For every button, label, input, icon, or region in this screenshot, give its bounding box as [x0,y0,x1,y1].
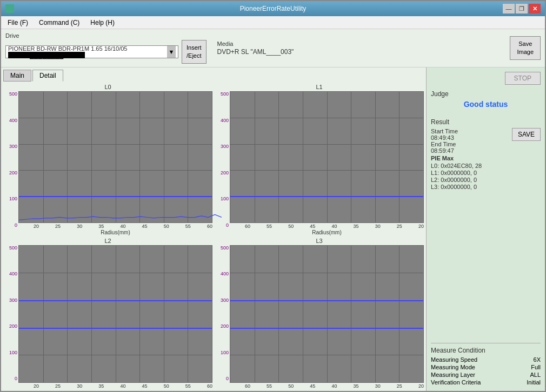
mode-label: Measuring Mode [431,364,475,370]
measure-condition-label: Measure Condition [431,347,541,354]
menu-help[interactable]: Help (H) [86,18,119,28]
pie-max-label: PIE Max [431,155,541,161]
drive-label: Drive [5,32,207,39]
chart-l3-y-axis: 500 400 300 200 100 0 [215,245,230,389]
chart-l0-label: L0 [3,84,212,90]
tab-bar: Main Detail [3,70,424,82]
start-time-label: Start Time [431,128,508,134]
menu-bar: File (F) Command (C) Help (H) [1,16,545,29]
chart-l0-plot [18,91,212,223]
window-title: PioneerErrorRateUtility [43,5,503,12]
title-bar: PioneerErrorRateUtility — ❐ ✕ [1,1,545,16]
drive-dropdown-arrow[interactable]: ▼ [167,46,176,58]
chart-l1-plot [230,91,424,223]
chart-l3: L3 500 400 300 200 100 0 [215,238,424,389]
pie-max-l2: L2: 0x0000000, 0 [431,177,541,183]
minimize-button[interactable]: — [503,4,515,13]
criteria-row: Verification Criteria Initial [431,379,541,386]
judge-status: Good status [431,100,541,109]
chart-l2: L2 500 400 300 200 100 0 [3,238,212,389]
media-label: Media [217,40,294,47]
restore-button[interactable]: ❐ [516,4,528,13]
chart-l0-x-label: Radius(mm) [18,229,212,235]
chart-l1-label: L1 [215,84,424,90]
chart-l2-area: 500 400 300 200 100 0 [3,245,212,389]
tab-detail[interactable]: Detail [32,70,63,82]
right-panel: STOP Judge Good status Result Start Time… [426,67,545,391]
toolbar: Drive PIONEER BD-RW BDR-PR1M 1.65 16/10/… [1,29,545,67]
left-panel: Main Detail L0 500 400 300 200 100 [1,67,426,391]
speed-label: Measuring Speed [431,356,477,363]
chart-l2-plot [18,245,212,383]
chart-l2-x-axis: 20 25 30 35 40 45 50 55 60 [18,383,212,389]
chart-l3-plot [230,245,424,383]
layer-label: Measuring Layer [431,371,475,378]
close-button[interactable]: ✕ [529,4,541,13]
chart-l3-area: 500 400 300 200 100 0 [215,245,424,389]
chart-l0-y-axis: 500 400 300 200 100 0 [3,91,18,235]
insert-eject-button[interactable]: Insert/Eject [182,40,207,64]
chart-l2-label: L2 [3,238,212,244]
chart-l1: L1 500 400 300 200 100 0 [215,84,424,235]
result-label: Result [431,118,541,126]
media-value: DVD+R SL "AML____003" [217,48,294,56]
chart-l0-waveform [19,208,222,221]
save-button[interactable]: SAVE [512,128,541,141]
chart-l2-y-axis: 500 400 300 200 100 0 [3,245,18,389]
chart-l3-label: L3 [215,238,424,244]
result-section: Result Start Time 08:49:43 End Time 08:5… [431,118,541,191]
end-time-label: End Time [431,141,508,147]
criteria-value: Initial [527,379,541,386]
mode-value: Full [531,364,541,370]
drive-group: Drive PIONEER BD-RW BDR-PR1M 1.65 16/10/… [5,32,207,64]
chart-l1-area: 500 400 300 200 100 0 [215,91,424,235]
chart-l0-x-axis: 20 25 30 35 40 45 50 55 60 [18,223,212,229]
criteria-label: Verification Criteria [431,379,481,386]
pie-max-l3: L3: 0x0000000, 0 [431,184,541,190]
charts-area: L0 500 400 300 200 100 0 [3,84,424,389]
chart-l1-x-axis: 60 55 50 45 40 35 30 25 20 [230,223,424,229]
chart-l0: L0 500 400 300 200 100 0 [3,84,212,235]
media-group: Media DVD+R SL "AML____003" [217,40,294,56]
menu-file[interactable]: File (F) [3,18,32,28]
main-content: Main Detail L0 500 400 300 200 100 [1,67,545,391]
app-window: PioneerErrorRateUtility — ❐ ✕ File (F) C… [0,0,546,392]
speed-value: 6X [534,356,541,363]
drive-combo[interactable]: PIONEER BD-RW BDR-PR1M 1.65 16/10/05 ███… [5,45,178,58]
tab-main[interactable]: Main [3,70,31,82]
mode-row: Measuring Mode Full [431,364,541,370]
chart-l0-area: 500 400 300 200 100 0 [3,91,212,235]
start-time-block: Start Time 08:49:43 End Time 08:59:47 [431,128,508,154]
app-icon [5,4,14,13]
measure-condition: Measure Condition Measuring Speed 6X Mea… [431,343,541,387]
window-controls: — ❐ ✕ [503,4,541,13]
speed-row: Measuring Speed 6X [431,356,541,363]
judge-label: Judge [431,90,541,98]
pie-max-l1: L1: 0x0000000, 0 [431,170,541,176]
stop-button[interactable]: STOP [505,72,541,85]
chart-l1-x-label: Radius(mm) [230,229,424,235]
chart-l3-x-axis: 60 55 50 45 40 35 30 25 20 [230,383,424,389]
drive-value: PIONEER BD-RW BDR-PR1M 1.65 16/10/05 ███… [8,45,167,58]
menu-command[interactable]: Command (C) [35,18,84,28]
end-time-value: 08:59:47 [431,147,508,154]
pie-max-l0: L0: 0x024EC80, 28 [431,163,541,169]
layer-row: Measuring Layer ALL [431,371,541,378]
judge-section: Judge Good status [431,90,541,111]
save-image-button[interactable]: SaveImage [510,36,541,60]
start-time-value: 08:49:43 [431,134,508,141]
layer-value: ALL [530,371,541,378]
